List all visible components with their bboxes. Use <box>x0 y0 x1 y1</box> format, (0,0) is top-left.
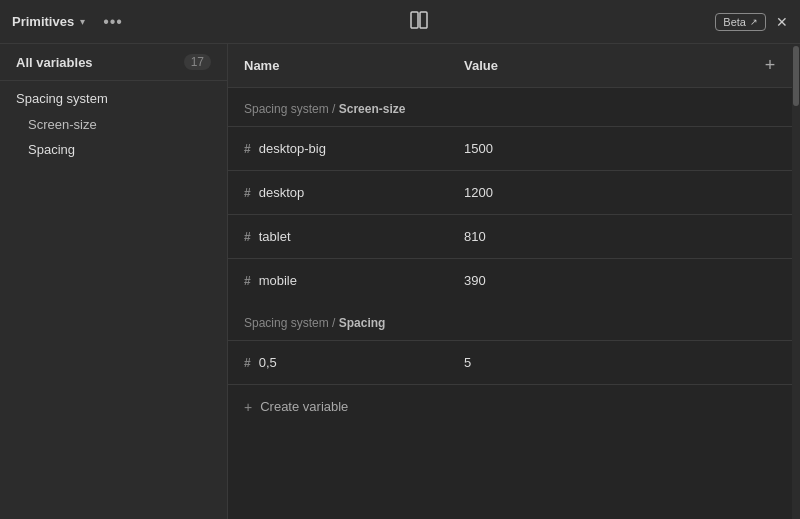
sidebar: All variables 17 Spacing system Screen-s… <box>0 44 228 519</box>
scrollbar[interactable] <box>792 44 800 519</box>
col-value-header: Value <box>448 58 748 73</box>
table-row[interactable]: # desktop-big 1500 <box>228 126 792 170</box>
row-value[interactable]: 1200 <box>448 185 748 200</box>
row-name: # 0,5 <box>228 355 448 370</box>
title-bar: Primitives ▾ ••• Beta ↗ ✕ <box>0 0 800 44</box>
title-center <box>409 10 429 34</box>
hash-icon: # <box>244 142 251 156</box>
external-link-icon: ↗ <box>750 17 758 27</box>
svg-rect-0 <box>411 12 418 28</box>
main-layout: All variables 17 Spacing system Screen-s… <box>0 44 800 519</box>
section-header-screen-size: Spacing system / Screen-size <box>228 88 792 126</box>
row-name: # desktop <box>228 185 448 200</box>
add-variable-button[interactable]: + <box>748 44 792 87</box>
sidebar-group-label[interactable]: Spacing system <box>16 91 211 106</box>
row-value[interactable]: 810 <box>448 229 748 244</box>
table-row[interactable]: # mobile 390 <box>228 258 792 302</box>
plus-icon: + <box>244 399 252 415</box>
title-left: Primitives ▾ ••• <box>12 13 123 31</box>
layout-icon[interactable] <box>409 10 429 34</box>
close-button[interactable]: ✕ <box>776 14 788 30</box>
row-name: # tablet <box>228 229 448 244</box>
panel-title: Primitives <box>12 14 74 29</box>
beta-badge[interactable]: Beta ↗ <box>715 13 766 31</box>
create-variable-label: Create variable <box>260 399 348 414</box>
hash-icon: # <box>244 230 251 244</box>
more-options-icon[interactable]: ••• <box>103 13 123 31</box>
table-header: Name Value + <box>228 44 792 88</box>
table-row[interactable]: # tablet 810 <box>228 214 792 258</box>
title-right: Beta ↗ ✕ <box>715 13 788 31</box>
hash-icon: # <box>244 274 251 288</box>
create-variable-row[interactable]: + Create variable <box>228 384 792 428</box>
col-name-header: Name <box>228 58 448 73</box>
row-name: # mobile <box>228 273 448 288</box>
row-value[interactable]: 390 <box>448 273 748 288</box>
row-value[interactable]: 5 <box>448 355 748 370</box>
table-row[interactable]: # desktop 1200 <box>228 170 792 214</box>
sidebar-item-spacing[interactable]: Spacing <box>0 137 227 162</box>
content-area: Name Value + Spacing system / Screen-siz… <box>228 44 792 519</box>
table-body: Spacing system / Screen-size # desktop-b… <box>228 88 792 519</box>
beta-label: Beta <box>723 16 746 28</box>
table-row[interactable]: # 0,5 5 <box>228 340 792 384</box>
row-value[interactable]: 1500 <box>448 141 748 156</box>
hash-icon: # <box>244 186 251 200</box>
sidebar-group-spacing-system: Spacing system <box>0 81 227 112</box>
section-header-spacing: Spacing system / Spacing <box>228 302 792 340</box>
hash-icon: # <box>244 356 251 370</box>
all-variables-count: 17 <box>184 54 211 70</box>
all-variables-item[interactable]: All variables 17 <box>0 44 227 81</box>
all-variables-label: All variables <box>16 55 93 70</box>
sidebar-item-screen-size[interactable]: Screen-size <box>0 112 227 137</box>
chevron-icon[interactable]: ▾ <box>80 16 85 27</box>
svg-rect-1 <box>420 12 427 28</box>
row-name: # desktop-big <box>228 141 448 156</box>
scrollbar-thumb[interactable] <box>793 46 799 106</box>
